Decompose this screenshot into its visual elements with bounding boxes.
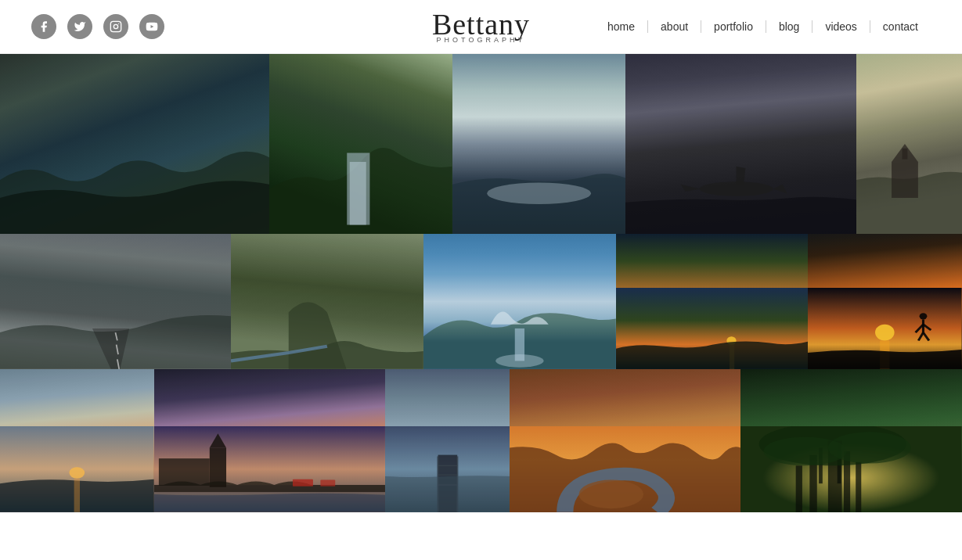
svg-rect-35 — [159, 458, 210, 486]
twitter-icon[interactable] — [67, 14, 92, 39]
svg-line-12 — [117, 345, 118, 354]
photo-banyan-tree[interactable] — [740, 369, 962, 512]
svg-rect-10 — [902, 149, 907, 160]
svg-rect-55 — [838, 444, 841, 483]
photo-silhouette-sunset[interactable] — [808, 234, 962, 369]
svg-rect-47 — [740, 426, 962, 512]
svg-point-15 — [495, 354, 543, 368]
svg-rect-4 — [347, 153, 369, 225]
photo-ice-lake[interactable] — [452, 54, 625, 234]
svg-marker-9 — [892, 144, 918, 162]
svg-point-46 — [579, 480, 644, 509]
svg-point-29 — [69, 467, 85, 479]
nav-home[interactable]: home — [595, 20, 648, 33]
svg-rect-8 — [892, 162, 918, 198]
photo-kirkjufell[interactable] — [231, 234, 423, 369]
svg-line-25 — [924, 325, 931, 330]
svg-line-27 — [924, 332, 929, 340]
nav-portfolio[interactable]: portfolio — [701, 20, 766, 33]
photo-london-westminster[interactable] — [154, 369, 385, 512]
instagram-icon[interactable] — [103, 14, 128, 39]
svg-line-26 — [919, 332, 924, 340]
svg-rect-18 — [730, 341, 734, 369]
svg-rect-32 — [154, 485, 385, 492]
photo-pier[interactable] — [385, 369, 510, 512]
gallery-row-2 — [0, 234, 962, 369]
svg-point-20 — [875, 325, 895, 341]
svg-line-13 — [117, 360, 119, 369]
svg-rect-31 — [154, 426, 385, 512]
nav-contact[interactable]: contact — [870, 20, 931, 33]
photo-sunset-coast[interactable] — [616, 234, 809, 369]
svg-rect-36 — [293, 479, 313, 486]
nav-videos[interactable]: videos — [812, 20, 870, 33]
photo-church[interactable] — [856, 54, 962, 234]
gallery-row-1 — [0, 54, 962, 234]
svg-rect-28 — [0, 426, 154, 512]
social-links — [31, 14, 164, 39]
svg-rect-0 — [110, 21, 121, 31]
svg-line-11 — [115, 332, 117, 340]
gallery-row-3 — [0, 369, 962, 512]
svg-point-17 — [726, 336, 736, 344]
svg-rect-49 — [828, 441, 842, 512]
svg-rect-39 — [438, 455, 457, 512]
svg-rect-30 — [74, 479, 80, 512]
photo-plane-wreck[interactable] — [625, 54, 856, 234]
photo-coastal-cliffs[interactable] — [0, 54, 269, 234]
facebook-icon[interactable] — [31, 14, 56, 39]
svg-marker-34 — [209, 433, 225, 447]
photo-mountain-road[interactable] — [0, 234, 231, 369]
youtube-icon[interactable] — [139, 14, 164, 39]
photo-gallery — [0, 54, 962, 512]
svg-rect-19 — [808, 288, 962, 369]
svg-point-58 — [828, 433, 911, 464]
svg-point-22 — [920, 313, 928, 319]
svg-rect-54 — [819, 448, 823, 484]
logo-subtitle: PHOTOGRAPHY — [432, 36, 530, 44]
svg-point-57 — [764, 437, 847, 466]
svg-rect-14 — [515, 328, 524, 361]
svg-rect-38 — [385, 426, 510, 512]
nav-about[interactable]: about — [648, 20, 701, 33]
svg-rect-37 — [320, 480, 335, 486]
nav-blog[interactable]: blog — [766, 20, 812, 33]
logo-script-text: Bettany — [432, 9, 530, 39]
svg-rect-52 — [796, 466, 802, 512]
svg-rect-53 — [856, 462, 862, 512]
site-logo[interactable]: Bettany PHOTOGRAPHY — [432, 9, 530, 44]
site-header: Bettany PHOTOGRAPHY home about portfolio… — [0, 0, 962, 54]
photo-glacier-valley[interactable] — [423, 234, 616, 369]
svg-rect-33 — [209, 448, 225, 487]
photo-horseshoe-bend[interactable] — [510, 369, 740, 512]
photo-waterfall[interactable] — [269, 54, 452, 234]
svg-rect-48 — [740, 426, 962, 512]
svg-point-56 — [759, 426, 906, 465]
svg-rect-50 — [810, 455, 817, 512]
svg-point-7 — [699, 181, 773, 196]
svg-rect-45 — [510, 426, 740, 512]
svg-rect-21 — [881, 341, 890, 369]
photo-sunset-ocean[interactable] — [0, 369, 154, 512]
svg-rect-5 — [350, 162, 366, 225]
main-navigation: home about portfolio blog videos contact — [595, 20, 931, 33]
svg-point-1 — [113, 24, 117, 28]
svg-point-6 — [487, 182, 591, 204]
svg-rect-16 — [616, 288, 809, 369]
svg-rect-51 — [844, 451, 850, 512]
svg-point-2 — [118, 23, 119, 24]
svg-line-24 — [916, 325, 924, 332]
